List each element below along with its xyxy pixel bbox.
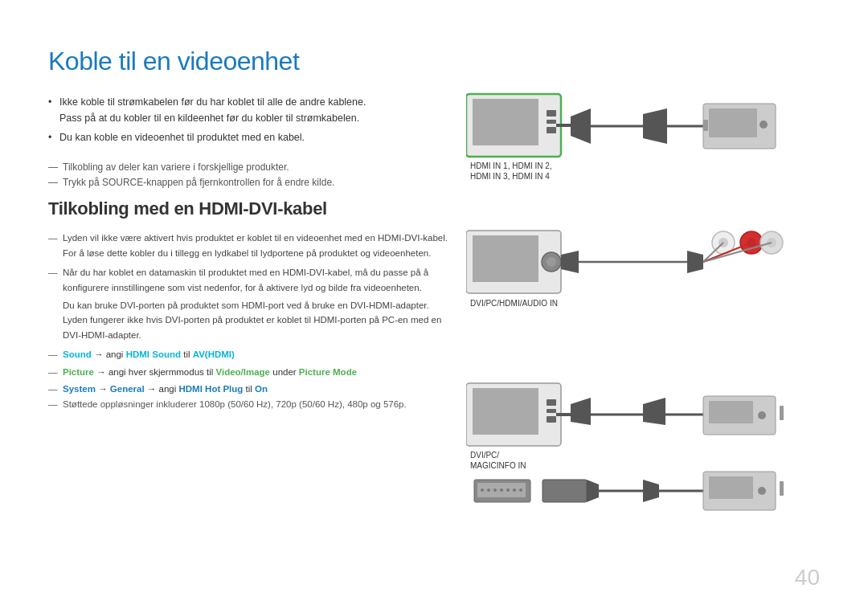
hdmi-connector-monitor-side [571,108,591,144]
sub-bullet-2: Trykk på SOURCE-knappen på fjernkontroll… [48,175,450,190]
note-block-1: Lyden vil ikke være aktivert hvis produk… [48,231,450,260]
svg-point-8 [760,121,768,129]
svg-point-28 [513,488,516,492]
svg-rect-30 [709,476,753,499]
instruction-sound: Sound → angi HDMI Sound til AV(HDMI) [48,347,450,362]
dvi-plug [587,480,599,502]
svg-rect-35 [780,406,784,420]
magicinfo-label-2: MAGICINFO IN [470,461,526,470]
svg-rect-3 [547,120,556,124]
resolution-note: Støttede oppløsninger inkluderer 1080p (… [48,399,450,409]
instruction-picture: Picture → angi hver skjermmodus til Vide… [48,365,450,379]
hdmi-label-2: HDMI IN 3, HDMI IN 4 [470,172,550,181]
svg-rect-4 [547,127,556,133]
note-line-1: Lyden vil ikke være aktivert hvis produk… [48,231,450,260]
sub-bullet-1: Tilkobling av deler kan variere i forskj… [48,160,450,175]
svg-rect-11 [473,235,538,282]
svg-rect-7 [709,108,757,137]
svg-point-31 [758,487,766,495]
dvi-connector-2 [542,480,587,502]
section-title: Tilkobling med en HDMI-DVI-kabel [48,198,450,219]
text-area: Ikke koble til strømkabelen før du har k… [48,94,450,613]
hdmi-connector-right [643,108,667,144]
connector-mid-right [687,251,703,273]
bullet-1: Ikke koble til strømkabelen før du har k… [48,94,450,126]
svg-point-26 [500,488,503,492]
hdmi-connector-bottom [571,398,591,425]
connector-mid-left [561,251,579,273]
monitor-bottom [466,383,561,446]
svg-rect-21 [547,416,556,423]
svg-point-25 [493,488,497,492]
svg-point-34 [758,411,766,419]
svg-rect-19 [547,399,556,406]
svg-rect-32 [780,481,784,496]
hdmi-connector-bottom-right [643,398,665,425]
svg-rect-1 [473,99,538,145]
monitor-top [466,94,561,157]
sub-bullets: Tilkobling av deler kan variere i forskj… [48,160,450,190]
svg-point-27 [506,488,510,492]
svg-point-23 [481,488,484,492]
svg-rect-2 [547,110,556,116]
note-line-2: Når du har koblet en datamaskin til prod… [48,265,450,295]
dvi-label: DVI/PC/HDMI/AUDIO IN [470,299,558,308]
diagram-area: HDMI IN 1, HDMI IN 2, HDMI IN 3, HDMI IN… [466,94,820,613]
svg-point-29 [519,488,522,492]
dvi-plug-right [643,480,659,502]
magicinfo-label-1: DVI/PC/ [470,451,499,460]
svg-rect-9 [703,120,708,131]
page-number: 40 [795,565,820,591]
instruction-system: System → General → angi HDMI Hot Plug ti… [48,382,450,396]
note-line-2b: Du kan bruke DVI-porten på produktet som… [48,296,450,342]
hdmi-label-1: HDMI IN 1, HDMI IN 2, [470,161,552,170]
svg-rect-18 [473,388,538,435]
page-container: Koble til en videoenhet Ikke koble til s… [0,0,868,613]
monitor-middle [466,231,561,293]
bullet-2: Du kan koble en videoenhet til produktet… [48,129,450,145]
svg-rect-33 [709,401,753,423]
page-title: Koble til en videoenhet [48,47,820,76]
svg-point-24 [487,488,490,492]
content-area: Ikke koble til strømkabelen før du har k… [48,94,820,613]
svg-point-13 [547,257,556,267]
main-bullets: Ikke koble til strømkabelen før du har k… [48,94,450,145]
note-block-2: Når du har koblet en datamaskin til prod… [48,265,450,342]
diagram-svg: HDMI IN 1, HDMI IN 2, HDMI IN 3, HDMI IN… [466,86,812,613]
svg-rect-20 [547,409,556,413]
